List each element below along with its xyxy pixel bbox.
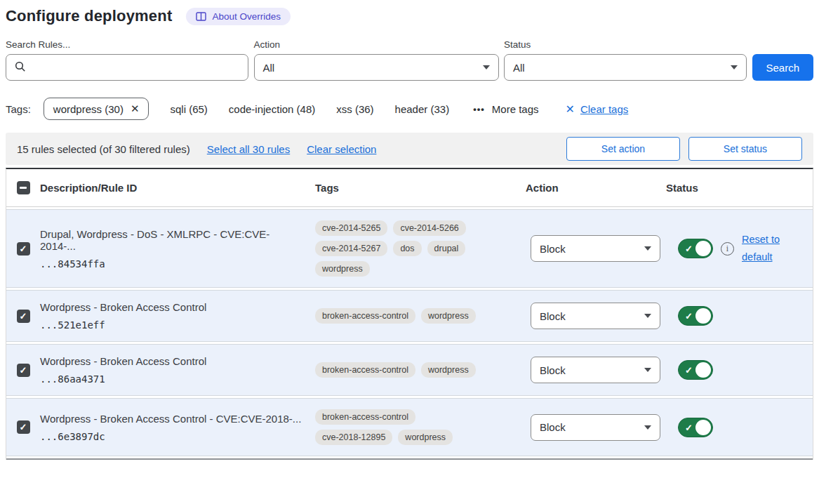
action-filter-value: All [263,62,275,74]
status-toggle[interactable]: ✓ [678,306,713,326]
more-tags-icon: ••• [473,104,485,114]
tag-filter[interactable]: xss (36) [336,103,373,115]
toggle-knob [695,241,711,256]
search-button[interactable]: Search [752,54,813,81]
status-toggle[interactable]: ✓ [678,360,713,380]
action-filter-label: Action [254,39,500,50]
table-row: ✓ Wordpress - Broken Access Control ...5… [6,290,813,342]
row-rule-id: ...86aa4371 [40,373,304,385]
row-checkbox[interactable]: ✓ [17,310,30,323]
about-overrides-badge[interactable]: About Overrides [186,8,291,25]
selection-summary: 15 rules selected (of 30 filtered rules) [17,143,190,155]
status-filter-value: All [513,62,525,74]
chevron-down-icon [483,65,490,69]
row-rule-id: ...84534ffa [40,258,304,270]
row-action-select[interactable]: Block [531,357,660,383]
selection-bar: 15 rules selected (of 30 filtered rules)… [6,133,813,165]
row-tags: broken-access-controlwordpress [315,362,491,378]
column-status: Status [666,182,813,194]
tag-pill: drupal [427,241,466,256]
row-action-value: Block [540,421,566,433]
status-toggle[interactable]: ✓ [678,418,713,437]
tag-pill: broken-access-control [315,409,415,425]
clear-tags-icon: ✕ [566,102,575,116]
tag-pill: wordpress [398,430,453,445]
row-checkbox[interactable]: ✓ [17,242,30,256]
table-header-row: Description/Rule ID Tags Action Status [6,169,813,207]
page-title: Configure deployment [6,7,172,25]
row-action-select[interactable]: Block [531,303,660,329]
chevron-down-icon [644,368,651,372]
toggle-knob [695,308,711,324]
row-rule-id: ...6e3897dc [40,431,304,442]
tag-pill: wordpress [421,362,476,378]
tag-filter-list: sqli (65)code-injection (48)xss (36)head… [149,103,449,115]
tag-pill: broken-access-control [315,362,415,378]
status-toggle[interactable]: ✓ [678,239,713,258]
row-rule-id: ...521e1eff [40,319,304,331]
row-action-value: Block [540,364,566,376]
tag-pill: cve-2014-5266 [393,220,465,236]
table-row: ✓ Wordpress - Broken Access Control ...8… [6,344,813,396]
table-row: ✓ Wordpress - Broken Access Control - CV… [6,398,813,456]
check-icon: ✓ [20,366,27,375]
clear-tags-label: Clear tags [580,103,628,115]
check-icon: ✓ [20,244,27,253]
set-status-button[interactable]: Set status [688,137,802,161]
tag-pill: wordpress [421,308,476,324]
column-tags: Tags [315,182,526,194]
search-icon [15,61,26,74]
action-filter-select[interactable]: All [254,54,500,81]
info-icon[interactable]: i [721,242,734,256]
chevron-down-icon [644,314,651,318]
table-bottom-divider [6,458,813,460]
row-tags: broken-access-controlwordpress [315,308,491,324]
chevron-down-icon [644,246,651,251]
tag-pill: cve-2014-5265 [315,220,387,236]
reset-to-default-link[interactable]: Reset to default [742,231,785,265]
row-checkbox[interactable]: ✓ [17,420,30,434]
toggle-check-icon: ✓ [685,365,693,376]
tag-pill: cve-2018-12895 [315,430,392,445]
tag-pill: broken-access-control [315,308,415,324]
set-action-button[interactable]: Set action [566,137,680,161]
tag-pill: wordpress [315,261,370,277]
rules-table: Description/Rule ID Tags Action Status ✓… [6,168,813,460]
select-all-checkbox[interactable] [17,181,30,194]
row-checkbox[interactable]: ✓ [17,364,30,377]
row-description: Wordpress - Broken Access Control [40,355,304,367]
toggle-check-icon: ✓ [685,244,693,254]
row-action-select[interactable]: Block [531,235,660,262]
tag-filter[interactable]: header (33) [395,103,450,115]
toggle-check-icon: ✓ [685,422,693,432]
clear-tags-link[interactable]: ✕ Clear tags [566,102,629,116]
tags-label: Tags: [6,103,31,115]
row-tags: cve-2014-5265cve-2014-5266cve-2014-5267d… [315,220,491,277]
status-filter-select[interactable]: All [504,54,747,81]
more-tags-button[interactable]: ••• More tags [473,103,538,115]
check-icon: ✓ [20,312,27,321]
row-description: Wordpress - Broken Access Control [40,301,304,313]
tag-filter[interactable]: sqli (65) [170,103,207,115]
row-tags: broken-access-controlcve-2018-12895wordp… [315,409,491,445]
select-all-link[interactable]: Select all 30 rules [207,143,290,155]
tags-bar: Tags: wordpress (30) ✕ sqli (65)code-inj… [6,96,813,121]
toggle-knob [695,362,711,378]
tag-pill: dos [393,241,421,256]
toggle-knob [695,420,711,435]
table-row: ✓ Drupal, Wordpress - DoS - XMLRPC - CVE… [6,209,813,288]
clear-selection-link[interactable]: Clear selection [307,143,376,155]
search-rules-input[interactable] [6,54,248,81]
chevron-down-icon [731,65,738,69]
book-icon [196,12,206,21]
tag-filter[interactable]: code-injection (48) [229,103,315,115]
toggle-check-icon: ✓ [685,311,693,321]
column-action: Action [526,182,666,194]
chevron-down-icon [644,425,651,430]
row-action-select[interactable]: Block [531,414,660,441]
close-icon[interactable]: ✕ [131,102,140,115]
column-description: Description/Rule ID [40,182,315,194]
page-header: Configure deployment About Overrides [6,7,813,25]
selected-tag-wordpress[interactable]: wordpress (30) ✕ [44,98,149,120]
row-description: Drupal, Wordpress - DoS - XMLRPC - CVE:C… [40,228,304,252]
